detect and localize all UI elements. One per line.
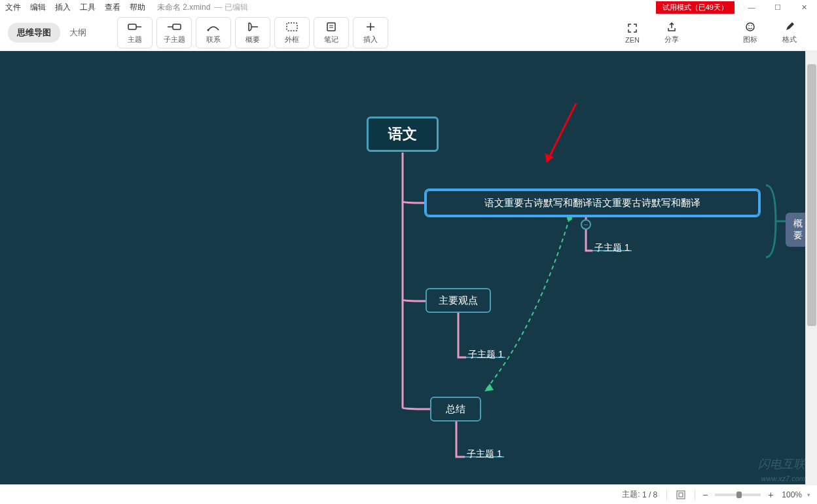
menubar: 文件 编辑 插入 工具 查看 帮助 未命名 2.xmind — 已编辑 试用模式… xyxy=(0,0,817,14)
document-edited-indicator: — 已编辑 xyxy=(214,2,247,13)
insert-label: 插入 xyxy=(363,35,378,45)
svg-rect-3 xyxy=(173,24,181,29)
svg-point-13 xyxy=(751,25,752,26)
vertical-scrollbar[interactable] xyxy=(805,51,817,484)
topic-button[interactable]: 主题 xyxy=(117,17,153,48)
toolbar: 思维导图 大纲 主题 子主题 联系 概要 xyxy=(0,14,817,51)
summary-topic[interactable]: 概要 xyxy=(786,213,805,247)
relationship-button[interactable]: 联系 xyxy=(196,17,231,48)
branch2-subtopic[interactable]: 子主题 1 xyxy=(468,349,503,361)
branch-topic-2[interactable]: 主要观点 xyxy=(426,288,491,313)
subtopic-icon xyxy=(167,20,181,33)
menu-tools[interactable]: 工具 xyxy=(80,2,96,13)
menu-edit[interactable]: 编辑 xyxy=(30,2,46,13)
scrollbar-thumb[interactable] xyxy=(807,64,816,326)
plus-icon xyxy=(366,20,375,33)
zen-button[interactable]: ZEN xyxy=(615,17,650,48)
menu-view[interactable]: 查看 xyxy=(105,2,120,13)
subtopic-label: 子主题 xyxy=(164,35,185,45)
window-minimize-button[interactable]: — xyxy=(738,0,765,14)
collapse-toggle[interactable]: − xyxy=(581,219,591,230)
menu-insert[interactable]: 插入 xyxy=(55,2,71,13)
subtopic-button[interactable]: 子主题 xyxy=(156,17,192,48)
mindmap-canvas[interactable]: 语文 语文重要古诗默写和翻译语文重要古诗默写和翻译 − 子主题 1 主要观点 子… xyxy=(0,51,805,484)
window-maximize-button[interactable]: ☐ xyxy=(765,0,791,14)
topic-count-value: 1 / 8 xyxy=(642,490,657,499)
tab-mindmap[interactable]: 思维导图 xyxy=(8,23,60,43)
menu-help[interactable]: 帮助 xyxy=(130,2,145,13)
root-topic[interactable]: 语文 xyxy=(367,117,439,152)
summary-button[interactable]: 概要 xyxy=(235,17,270,48)
annotation-arrow xyxy=(537,97,589,175)
svg-point-4 xyxy=(208,29,209,31)
share-label: 分享 xyxy=(664,35,679,45)
notes-label: 笔记 xyxy=(324,35,338,45)
svg-rect-0 xyxy=(128,24,136,29)
svg-point-12 xyxy=(748,25,750,26)
statusbar: 主题: 1 / 8 − + 100% ▾ xyxy=(0,484,817,504)
fit-icon xyxy=(676,490,685,499)
topic-label: 主题 xyxy=(128,35,142,45)
window-close-button[interactable]: ✕ xyxy=(791,0,817,14)
relationship-label: 联系 xyxy=(206,35,221,45)
branch-topic-1[interactable]: 语文重要古诗默写和翻译语文重要古诗默写和翻译 xyxy=(426,190,759,216)
boundary-icon xyxy=(286,20,298,33)
menu-file[interactable]: 文件 xyxy=(5,2,21,13)
zen-icon xyxy=(627,22,638,35)
icons-button[interactable]: 图标 xyxy=(733,17,768,48)
svg-rect-6 xyxy=(327,23,335,31)
svg-rect-22 xyxy=(677,491,685,499)
boundary-label: 外框 xyxy=(285,35,299,45)
svg-line-20 xyxy=(547,103,576,162)
format-button[interactable]: 格式 xyxy=(772,17,807,48)
zoom-in-button[interactable]: + xyxy=(765,490,776,500)
document-filename: 未命名 2.xmind xyxy=(157,2,210,13)
trial-mode-badge[interactable]: 试用模式（已49天） xyxy=(656,1,735,14)
svg-point-19 xyxy=(567,215,572,221)
boundary-button[interactable]: 外框 xyxy=(274,17,310,48)
branch1-subtopic[interactable]: 子主题 1 xyxy=(594,242,630,254)
format-label: 格式 xyxy=(782,35,797,45)
branch-topic-3[interactable]: 总结 xyxy=(430,397,481,422)
tab-outline[interactable]: 大纲 xyxy=(60,23,96,43)
zoom-dropdown-icon[interactable]: ▾ xyxy=(807,492,810,498)
summary-icon xyxy=(246,20,259,33)
share-button[interactable]: 分享 xyxy=(654,17,689,48)
zoom-slider[interactable] xyxy=(715,494,761,496)
svg-rect-5 xyxy=(287,23,297,31)
branch3-subtopic[interactable]: 子主题 1 xyxy=(467,448,502,460)
zen-label: ZEN xyxy=(625,36,640,44)
svg-point-11 xyxy=(746,23,754,31)
topic-count-label: 主题: xyxy=(622,489,640,500)
zoom-out-button[interactable]: − xyxy=(699,490,711,500)
topic-icon xyxy=(128,20,142,33)
insert-button[interactable]: 插入 xyxy=(353,17,388,48)
fit-view-button[interactable] xyxy=(676,490,685,499)
brush-icon xyxy=(784,20,795,33)
icons-label: 图标 xyxy=(743,35,757,45)
svg-marker-21 xyxy=(545,153,554,162)
notes-icon xyxy=(326,20,336,33)
zoom-level[interactable]: 100% xyxy=(782,490,802,499)
relationship-icon xyxy=(207,20,220,33)
smiley-icon xyxy=(745,20,755,33)
share-icon xyxy=(666,20,677,33)
summary-label: 概要 xyxy=(245,35,260,45)
svg-rect-23 xyxy=(679,493,683,497)
svg-marker-18 xyxy=(484,384,494,391)
notes-button[interactable]: 笔记 xyxy=(314,17,349,48)
